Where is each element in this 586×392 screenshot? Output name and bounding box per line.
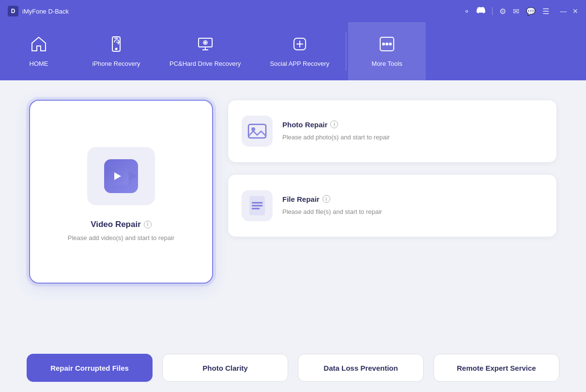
- repair-corrupted-button[interactable]: Repair Corrupted Files: [27, 354, 153, 382]
- nav-item-pc-recovery[interactable]: PC&Hard Drive Recovery: [155, 22, 255, 80]
- nav-more-label: More Tools: [371, 60, 402, 67]
- divider: [492, 7, 493, 15]
- iphone-icon: [108, 35, 125, 56]
- main-content: Video Repair i Please add video(s) and s…: [0, 80, 586, 344]
- pc-icon: [197, 35, 214, 56]
- remote-expert-button[interactable]: Remote Expert Service: [433, 354, 559, 382]
- video-play-icon: [104, 159, 138, 193]
- nav-pc-label: PC&Hard Drive Recovery: [170, 60, 241, 67]
- svg-point-6: [204, 42, 206, 44]
- svg-point-9: [383, 43, 385, 45]
- bottom-bar: Repair Corrupted Files Photo Clarity Dat…: [0, 344, 586, 392]
- mail-icon[interactable]: ✉: [513, 7, 519, 16]
- svg-point-11: [389, 43, 391, 45]
- photo-repair-desc: Please add photo(s) and start to repair: [282, 133, 390, 142]
- home-icon: [30, 35, 47, 56]
- photo-repair-icon: [242, 116, 273, 147]
- play-triangle: [114, 172, 121, 180]
- video-icon-background: [87, 147, 155, 205]
- svg-point-1: [116, 48, 117, 50]
- right-cards: Photo Repair i Please add photo(s) and s…: [228, 100, 557, 237]
- photo-repair-title: Photo Repair i: [282, 121, 390, 129]
- settings-icon[interactable]: ⚙: [499, 7, 506, 16]
- file-icon-svg: [247, 195, 267, 216]
- file-repair-info-icon[interactable]: i: [323, 195, 330, 203]
- app-logo: D: [8, 6, 18, 16]
- video-repair-info-icon[interactable]: i: [144, 221, 152, 228]
- nav-item-more-tools[interactable]: More Tools: [348, 22, 426, 80]
- svg-rect-12: [248, 124, 266, 138]
- discord-icon[interactable]: [477, 6, 485, 16]
- svg-point-10: [386, 43, 388, 45]
- more-tools-icon: [378, 35, 396, 56]
- photo-repair-card[interactable]: Photo Repair i Please add photo(s) and s…: [228, 100, 557, 163]
- video-repair-title: Video Repair i: [91, 220, 152, 229]
- file-repair-desc: Please add file(s) and start to repair: [282, 207, 382, 217]
- nav-iphone-label: iPhone Recovery: [93, 60, 140, 67]
- photo-repair-info-icon[interactable]: i: [330, 121, 338, 128]
- photo-repair-content: Photo Repair i Please add photo(s) and s…: [282, 121, 390, 142]
- search-icon[interactable]: ⚬: [463, 7, 470, 16]
- nav-item-iphone-recovery[interactable]: iPhone Recovery: [77, 22, 155, 80]
- data-loss-button[interactable]: Data Loss Prevention: [298, 354, 424, 382]
- photo-icon-svg: [247, 121, 268, 141]
- video-repair-desc: Please add video(s) and start to repair: [68, 234, 174, 241]
- nav-home-label: HOME: [30, 60, 48, 67]
- photo-clarity-button[interactable]: Photo Clarity: [162, 354, 288, 382]
- file-repair-icon: [242, 190, 273, 221]
- close-button[interactable]: ✕: [572, 7, 578, 15]
- camera-lens: [129, 171, 138, 181]
- video-repair-card[interactable]: Video Repair i Please add video(s) and s…: [29, 100, 213, 284]
- title-bar-left: D iMyFone D-Back: [8, 6, 69, 16]
- minimize-button[interactable]: —: [560, 7, 567, 15]
- file-repair-title: File Repair i: [282, 195, 382, 203]
- menu-icon[interactable]: ☰: [542, 7, 549, 16]
- app-title: iMyFone D-Back: [22, 8, 69, 15]
- nav-bar: HOME iPhone Recovery PC&H: [0, 22, 586, 80]
- nav-item-social-recovery[interactable]: Social APP Recovery: [255, 22, 344, 80]
- nav-divider: [346, 32, 346, 71]
- nav-social-label: Social APP Recovery: [270, 60, 329, 67]
- title-bar: D iMyFone D-Back ⚬ ⚙ ✉ 💬 ☰ — ✕: [0, 0, 586, 22]
- nav-item-home[interactable]: HOME: [0, 22, 77, 80]
- title-bar-right: ⚬ ⚙ ✉ 💬 ☰ — ✕: [463, 6, 578, 16]
- social-icon: [291, 35, 308, 56]
- chat-icon[interactable]: 💬: [526, 7, 536, 16]
- file-repair-card[interactable]: File Repair i Please add file(s) and sta…: [228, 174, 557, 237]
- window-controls: — ✕: [560, 7, 578, 15]
- file-repair-content: File Repair i Please add file(s) and sta…: [282, 195, 382, 217]
